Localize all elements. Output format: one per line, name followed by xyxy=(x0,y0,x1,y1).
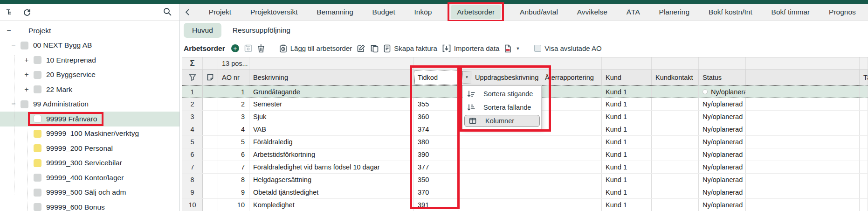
cell-empty[interactable] xyxy=(746,148,860,161)
tree-item-00-next-bygg-ab[interactable]: −00 NEXT Bygg AB xyxy=(0,38,179,53)
cell-beskrivning[interactable]: Kompledighet xyxy=(249,199,414,211)
tab-bokf-timmar[interactable]: Bokf timmar xyxy=(772,8,810,16)
cell-empty[interactable] xyxy=(746,136,860,148)
cell-ao-nr[interactable]: 10 xyxy=(218,199,249,211)
tab-bokf-kostn-int[interactable]: Bokf kostn/Int xyxy=(709,8,752,16)
tree-item-projekt[interactable]: −Projekt xyxy=(0,23,179,38)
trash-icon[interactable] xyxy=(257,44,265,53)
add-icon[interactable]: + xyxy=(231,44,239,52)
column-header-ao-nr[interactable]: AO nr xyxy=(218,70,249,85)
search-icon[interactable] xyxy=(163,7,172,16)
cell-kundkontakt[interactable] xyxy=(652,186,699,198)
cell-row-number[interactable]: 9 xyxy=(182,186,203,198)
cell-kundkontakt[interactable] xyxy=(652,123,699,135)
cell-note[interactable] xyxy=(203,86,218,98)
cell-row-number[interactable]: 7 xyxy=(182,161,203,173)
note-icon[interactable] xyxy=(203,70,218,85)
cell-status[interactable]: Ny/oplanerad xyxy=(699,111,746,123)
tab-inkop[interactable]: Inköp xyxy=(414,8,432,16)
cell-empty[interactable] xyxy=(746,174,860,186)
cell-aterrapportering[interactable] xyxy=(541,161,602,173)
tab-planering[interactable]: Planering xyxy=(659,8,690,16)
nav-back-chevron-left-icon[interactable] xyxy=(185,8,190,16)
column-header-uppdragsbeskrivning[interactable]: ▼ Uppdragsbeskrivning xyxy=(459,70,541,85)
table-row[interactable]: 99Obetald tjänstledighet370Kund 1Ny/opla… xyxy=(182,186,868,199)
tree-item-20-byggservice[interactable]: +20 Byggservice xyxy=(0,68,179,83)
cell-aterrapportering[interactable] xyxy=(541,86,602,98)
cell-ao-nr[interactable]: 7 xyxy=(218,161,249,173)
cell-row-number[interactable]: 4 xyxy=(182,123,203,135)
tab-arbetsorder-selected-annotated[interactable]: Arbetsorder xyxy=(451,5,501,19)
subtab-huvud-selected[interactable]: Huvud xyxy=(184,23,221,38)
cell-row-number[interactable]: 1 xyxy=(182,86,203,98)
project-checkbox[interactable] xyxy=(34,115,41,123)
column-header-kund[interactable]: Kund xyxy=(602,70,652,85)
collapse-icon[interactable]: − xyxy=(9,41,18,49)
cell-ta[interactable] xyxy=(860,161,868,173)
menu-item-kolumner[interactable]: Kolumner xyxy=(464,115,540,127)
table-row[interactable]: 1010Kompledighet391Kund 1Ny/oplanerad xyxy=(182,199,868,211)
cell-status[interactable]: Ny/oplanerad xyxy=(699,186,746,198)
cell-row-number[interactable]: 5 xyxy=(182,136,203,148)
cell-note[interactable] xyxy=(203,161,218,173)
cell-beskrivning[interactable]: Föräldraledighet vid barns födsel 10 dag… xyxy=(249,161,414,173)
cell-ta[interactable] xyxy=(860,199,868,211)
cell-ta[interactable] xyxy=(860,136,868,148)
cell-ao-nr[interactable]: 4 xyxy=(218,123,249,135)
project-checkbox[interactable] xyxy=(34,85,41,93)
filter-icon[interactable] xyxy=(182,70,203,85)
sigma-summary-icon[interactable]: Σ xyxy=(182,57,203,69)
cell-kundkontakt[interactable] xyxy=(652,199,699,211)
cell-empty[interactable] xyxy=(746,186,860,198)
collapse-icon[interactable]: − xyxy=(9,100,18,108)
cell-ao-nr[interactable]: 6 xyxy=(218,148,249,161)
project-checkbox[interactable] xyxy=(34,130,41,138)
cell-tidkod[interactable]: 374 xyxy=(414,123,459,135)
cell-uppdragsbeskrivning[interactable] xyxy=(459,174,541,186)
cell-kund[interactable]: Kund 1 xyxy=(602,98,652,110)
cell-ao-nr[interactable]: 5 xyxy=(218,136,249,148)
tree-item-99-administration[interactable]: −99 Administration xyxy=(0,97,179,112)
column-header-aterrapportering[interactable]: Återrapportering xyxy=(541,70,602,85)
cell-empty[interactable] xyxy=(746,98,860,110)
cell-kund[interactable]: Kund 1 xyxy=(602,111,652,123)
cell-kundkontakt[interactable] xyxy=(652,86,699,98)
cell-ta[interactable] xyxy=(860,86,868,98)
cell-note[interactable] xyxy=(203,136,218,148)
cell-tidkod[interactable]: 377 xyxy=(414,161,459,173)
cell-uppdragsbeskrivning[interactable] xyxy=(459,136,541,148)
cell-note[interactable] xyxy=(203,123,218,135)
cell-beskrivning[interactable]: Obetald tjänstledighet xyxy=(249,186,414,198)
cell-empty[interactable] xyxy=(746,86,860,98)
edit-icon[interactable] xyxy=(357,44,365,52)
cell-row-number[interactable]: 2 xyxy=(182,98,203,110)
cell-row-number[interactable]: 8 xyxy=(182,174,203,186)
cell-note[interactable] xyxy=(203,174,218,186)
cell-uppdragsbeskrivning[interactable] xyxy=(459,186,541,198)
cell-note[interactable] xyxy=(203,98,218,110)
cell-aterrapportering[interactable] xyxy=(541,98,602,110)
lagg-till-arbetsorder-button[interactable]: Lägg till arbetsorder xyxy=(279,44,352,53)
cell-ta[interactable] xyxy=(860,98,868,110)
cell-status[interactable]: Ny/oplanerad xyxy=(699,161,746,173)
cell-status[interactable]: Ny/oplanerad xyxy=(699,98,746,110)
project-checkbox[interactable] xyxy=(21,42,28,49)
expand-icon[interactable]: + xyxy=(22,56,31,64)
tab-projekt[interactable]: Projekt xyxy=(209,8,231,16)
table-row[interactable]: 66Arbetstidsförkortning390Kund 1Ny/oplan… xyxy=(182,148,868,161)
project-checkbox[interactable] xyxy=(34,56,41,64)
cell-note[interactable] xyxy=(203,186,218,198)
cell-ao-nr[interactable]: 1 xyxy=(218,86,249,98)
cell-row-number[interactable]: 6 xyxy=(182,148,203,161)
save-icon[interactable] xyxy=(244,44,252,52)
cell-tidkod[interactable] xyxy=(414,86,459,98)
skapa-faktura-button[interactable]: Skapa faktura xyxy=(384,44,437,53)
cell-kundkontakt[interactable] xyxy=(652,174,699,186)
cell-aterrapportering[interactable] xyxy=(541,123,602,135)
cell-ao-nr[interactable]: 2 xyxy=(218,98,249,110)
cell-ta[interactable] xyxy=(860,186,868,198)
cell-ta[interactable] xyxy=(860,174,868,186)
tab-anbud-avtal[interactable]: Anbud/avtal xyxy=(520,8,558,16)
copy-icon[interactable] xyxy=(371,44,379,53)
project-checkbox[interactable] xyxy=(34,174,41,182)
